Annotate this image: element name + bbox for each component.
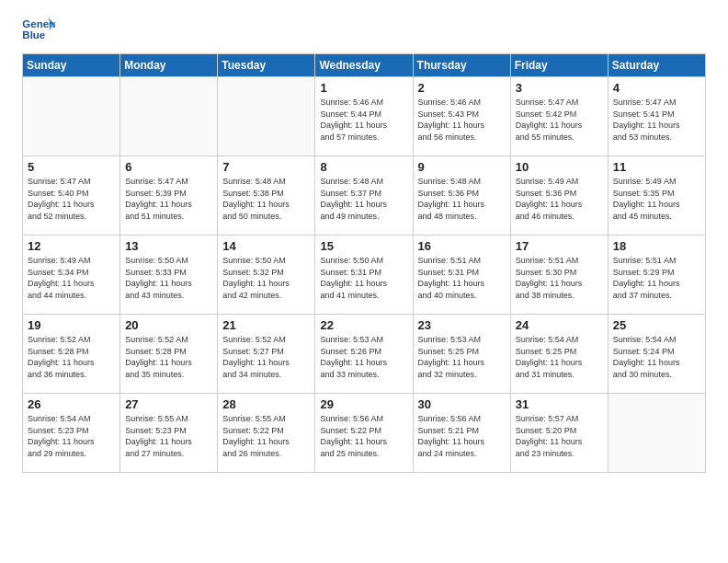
day-info: Sunrise: 5:51 AM Sunset: 5:31 PM Dayligh… bbox=[418, 255, 506, 301]
day-info: Sunrise: 5:56 AM Sunset: 5:22 PM Dayligh… bbox=[320, 413, 408, 459]
day-number: 20 bbox=[125, 318, 213, 332]
calendar-day-cell: 29Sunrise: 5:56 AM Sunset: 5:22 PM Dayli… bbox=[315, 394, 413, 473]
day-info: Sunrise: 5:52 AM Sunset: 5:28 PM Dayligh… bbox=[28, 334, 116, 380]
day-number: 31 bbox=[516, 397, 604, 411]
day-number: 26 bbox=[28, 397, 116, 411]
weekday-header-cell: Tuesday bbox=[218, 54, 315, 77]
calendar-day-cell: 20Sunrise: 5:52 AM Sunset: 5:28 PM Dayli… bbox=[120, 315, 218, 394]
calendar-day-cell bbox=[608, 394, 705, 473]
day-info: Sunrise: 5:47 AM Sunset: 5:39 PM Dayligh… bbox=[125, 176, 213, 222]
weekday-header-row: SundayMondayTuesdayWednesdayThursdayFrid… bbox=[23, 54, 706, 77]
calendar-day-cell: 10Sunrise: 5:49 AM Sunset: 5:36 PM Dayli… bbox=[510, 156, 608, 236]
logo: General Blue bbox=[22, 17, 55, 44]
day-number: 2 bbox=[418, 81, 506, 95]
calendar-day-cell: 18Sunrise: 5:51 AM Sunset: 5:29 PM Dayli… bbox=[608, 236, 705, 315]
weekday-header-cell: Monday bbox=[120, 54, 218, 77]
day-number: 14 bbox=[222, 239, 311, 253]
calendar-day-cell: 5Sunrise: 5:47 AM Sunset: 5:40 PM Daylig… bbox=[23, 156, 120, 236]
day-number: 7 bbox=[222, 160, 311, 174]
calendar-day-cell: 26Sunrise: 5:54 AM Sunset: 5:23 PM Dayli… bbox=[23, 394, 120, 473]
day-number: 23 bbox=[418, 318, 506, 332]
day-info: Sunrise: 5:54 AM Sunset: 5:23 PM Dayligh… bbox=[28, 413, 116, 459]
calendar-day-cell: 24Sunrise: 5:54 AM Sunset: 5:25 PM Dayli… bbox=[510, 315, 608, 394]
day-info: Sunrise: 5:56 AM Sunset: 5:21 PM Dayligh… bbox=[418, 413, 506, 459]
calendar-day-cell bbox=[23, 77, 120, 156]
day-number: 10 bbox=[516, 160, 604, 174]
calendar-day-cell: 25Sunrise: 5:54 AM Sunset: 5:24 PM Dayli… bbox=[608, 315, 705, 394]
day-info: Sunrise: 5:55 AM Sunset: 5:23 PM Dayligh… bbox=[125, 413, 213, 459]
day-number: 15 bbox=[320, 239, 408, 253]
day-info: Sunrise: 5:49 AM Sunset: 5:35 PM Dayligh… bbox=[613, 176, 701, 222]
day-info: Sunrise: 5:47 AM Sunset: 5:41 PM Dayligh… bbox=[613, 97, 701, 143]
calendar-day-cell: 7Sunrise: 5:48 AM Sunset: 5:38 PM Daylig… bbox=[218, 156, 315, 236]
calendar-day-cell: 4Sunrise: 5:47 AM Sunset: 5:41 PM Daylig… bbox=[608, 77, 705, 156]
day-info: Sunrise: 5:46 AM Sunset: 5:43 PM Dayligh… bbox=[418, 97, 506, 143]
calendar-day-cell: 27Sunrise: 5:55 AM Sunset: 5:23 PM Dayli… bbox=[120, 394, 218, 473]
day-info: Sunrise: 5:53 AM Sunset: 5:26 PM Dayligh… bbox=[320, 334, 408, 380]
calendar-day-cell: 12Sunrise: 5:49 AM Sunset: 5:34 PM Dayli… bbox=[23, 236, 120, 315]
calendar-day-cell: 15Sunrise: 5:50 AM Sunset: 5:31 PM Dayli… bbox=[315, 236, 413, 315]
svg-text:Blue: Blue bbox=[22, 29, 45, 40]
header: General Blue bbox=[22, 17, 706, 44]
weekday-header-cell: Saturday bbox=[608, 54, 705, 77]
calendar: SundayMondayTuesdayWednesdayThursdayFrid… bbox=[22, 53, 706, 473]
day-info: Sunrise: 5:52 AM Sunset: 5:28 PM Dayligh… bbox=[125, 334, 213, 380]
day-info: Sunrise: 5:46 AM Sunset: 5:44 PM Dayligh… bbox=[320, 97, 408, 143]
day-number: 6 bbox=[125, 160, 213, 174]
day-number: 8 bbox=[320, 160, 408, 174]
calendar-day-cell: 11Sunrise: 5:49 AM Sunset: 5:35 PM Dayli… bbox=[608, 156, 705, 236]
day-number: 29 bbox=[320, 397, 408, 411]
day-info: Sunrise: 5:47 AM Sunset: 5:40 PM Dayligh… bbox=[28, 176, 116, 222]
day-number: 3 bbox=[516, 81, 604, 95]
day-info: Sunrise: 5:57 AM Sunset: 5:20 PM Dayligh… bbox=[516, 413, 604, 459]
calendar-body: 1Sunrise: 5:46 AM Sunset: 5:44 PM Daylig… bbox=[23, 77, 706, 473]
day-number: 25 bbox=[613, 318, 701, 332]
calendar-week-row: 5Sunrise: 5:47 AM Sunset: 5:40 PM Daylig… bbox=[23, 156, 706, 236]
day-info: Sunrise: 5:48 AM Sunset: 5:37 PM Dayligh… bbox=[320, 176, 408, 222]
calendar-day-cell: 21Sunrise: 5:52 AM Sunset: 5:27 PM Dayli… bbox=[218, 315, 315, 394]
calendar-week-row: 26Sunrise: 5:54 AM Sunset: 5:23 PM Dayli… bbox=[23, 394, 706, 473]
calendar-day-cell: 31Sunrise: 5:57 AM Sunset: 5:20 PM Dayli… bbox=[510, 394, 608, 473]
day-number: 27 bbox=[125, 397, 213, 411]
calendar-day-cell bbox=[120, 77, 218, 156]
day-number: 24 bbox=[516, 318, 604, 332]
calendar-day-cell: 16Sunrise: 5:51 AM Sunset: 5:31 PM Dayli… bbox=[413, 236, 510, 315]
day-number: 11 bbox=[613, 160, 701, 174]
day-info: Sunrise: 5:49 AM Sunset: 5:34 PM Dayligh… bbox=[28, 255, 116, 301]
day-info: Sunrise: 5:48 AM Sunset: 5:36 PM Dayligh… bbox=[418, 176, 506, 222]
calendar-day-cell: 8Sunrise: 5:48 AM Sunset: 5:37 PM Daylig… bbox=[315, 156, 413, 236]
logo-icon: General Blue bbox=[22, 17, 55, 44]
day-number: 16 bbox=[418, 239, 506, 253]
calendar-week-row: 12Sunrise: 5:49 AM Sunset: 5:34 PM Dayli… bbox=[23, 236, 706, 315]
day-number: 18 bbox=[613, 239, 701, 253]
calendar-day-cell: 23Sunrise: 5:53 AM Sunset: 5:25 PM Dayli… bbox=[413, 315, 510, 394]
day-number: 17 bbox=[516, 239, 604, 253]
day-info: Sunrise: 5:54 AM Sunset: 5:25 PM Dayligh… bbox=[516, 334, 604, 380]
calendar-day-cell: 2Sunrise: 5:46 AM Sunset: 5:43 PM Daylig… bbox=[413, 77, 510, 156]
day-number: 22 bbox=[320, 318, 408, 332]
calendar-day-cell: 19Sunrise: 5:52 AM Sunset: 5:28 PM Dayli… bbox=[23, 315, 120, 394]
calendar-day-cell: 22Sunrise: 5:53 AM Sunset: 5:26 PM Dayli… bbox=[315, 315, 413, 394]
day-info: Sunrise: 5:48 AM Sunset: 5:38 PM Dayligh… bbox=[222, 176, 311, 222]
calendar-day-cell: 28Sunrise: 5:55 AM Sunset: 5:22 PM Dayli… bbox=[218, 394, 315, 473]
calendar-day-cell: 14Sunrise: 5:50 AM Sunset: 5:32 PM Dayli… bbox=[218, 236, 315, 315]
calendar-day-cell: 30Sunrise: 5:56 AM Sunset: 5:21 PM Dayli… bbox=[413, 394, 510, 473]
weekday-header-cell: Sunday bbox=[23, 54, 120, 77]
page: General Blue SundayMondayTuesdayWednesda… bbox=[0, 0, 728, 563]
day-info: Sunrise: 5:53 AM Sunset: 5:25 PM Dayligh… bbox=[418, 334, 506, 380]
calendar-day-cell: 1Sunrise: 5:46 AM Sunset: 5:44 PM Daylig… bbox=[315, 77, 413, 156]
day-number: 30 bbox=[418, 397, 506, 411]
day-info: Sunrise: 5:51 AM Sunset: 5:30 PM Dayligh… bbox=[516, 255, 604, 301]
weekday-header-cell: Thursday bbox=[413, 54, 510, 77]
day-info: Sunrise: 5:50 AM Sunset: 5:32 PM Dayligh… bbox=[222, 255, 311, 301]
weekday-header-cell: Wednesday bbox=[315, 54, 413, 77]
day-info: Sunrise: 5:50 AM Sunset: 5:33 PM Dayligh… bbox=[125, 255, 213, 301]
day-number: 21 bbox=[222, 318, 311, 332]
day-number: 5 bbox=[28, 160, 116, 174]
calendar-day-cell: 6Sunrise: 5:47 AM Sunset: 5:39 PM Daylig… bbox=[120, 156, 218, 236]
calendar-day-cell: 17Sunrise: 5:51 AM Sunset: 5:30 PM Dayli… bbox=[510, 236, 608, 315]
calendar-day-cell: 9Sunrise: 5:48 AM Sunset: 5:36 PM Daylig… bbox=[413, 156, 510, 236]
day-info: Sunrise: 5:55 AM Sunset: 5:22 PM Dayligh… bbox=[222, 413, 311, 459]
day-number: 4 bbox=[613, 81, 701, 95]
day-info: Sunrise: 5:51 AM Sunset: 5:29 PM Dayligh… bbox=[613, 255, 701, 301]
